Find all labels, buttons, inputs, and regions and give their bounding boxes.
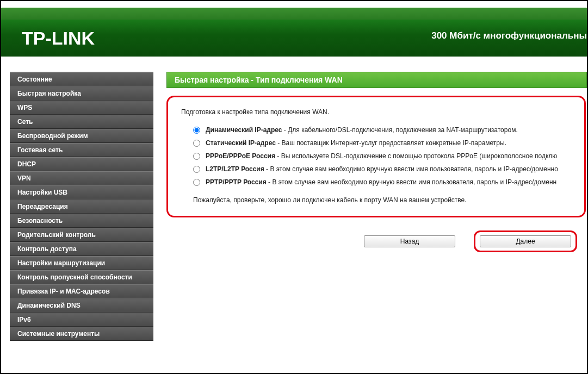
option-desc: - В этом случае вам необходимо вручную в… bbox=[267, 178, 556, 186]
nav-item-wireless[interactable]: Беспроводной режим bbox=[10, 129, 153, 143]
wan-type-panel: Подготовка к настройке типа подключения … bbox=[166, 96, 586, 217]
option-desc: - Вы используете DSL-подключение с помощ… bbox=[275, 152, 557, 160]
intro-text: Подготовка к настройке типа подключения … bbox=[181, 108, 574, 116]
top-stripe bbox=[1, 8, 587, 20]
sidebar: Состояние Быстрая настройка WPS Сеть Бес… bbox=[1, 57, 153, 373]
option-label: PPPoE/PPPoE Россия bbox=[206, 152, 275, 160]
nav-item-dhcp[interactable]: DHCP bbox=[10, 157, 153, 171]
nav-item-quick-setup[interactable]: Быстрая настройка bbox=[10, 86, 153, 101]
radio-l2tp[interactable] bbox=[193, 166, 200, 173]
nav-item-forwarding[interactable]: Переадресация bbox=[10, 200, 153, 214]
option-dynamic-ip[interactable]: Динамический IP-адрес - Для кабельного/D… bbox=[193, 123, 574, 136]
option-pptp[interactable]: PPTP/PPTP Россия - В этом случае вам нео… bbox=[193, 176, 574, 189]
product-tagline: 300 Мбит/с многофункциональны bbox=[431, 30, 587, 41]
window-chrome-gap bbox=[1, 1, 587, 8]
radio-static-ip[interactable] bbox=[193, 140, 200, 147]
option-label: Динамический IP-адрес bbox=[206, 126, 282, 134]
nav-item-bandwidth-control[interactable]: Контроль пропускной способности bbox=[10, 270, 153, 284]
next-button-highlight: Далее bbox=[474, 230, 577, 252]
nav-item-vpn[interactable]: VPN bbox=[10, 171, 153, 185]
option-desc: - Ваш поставщик Интернет-услуг предостав… bbox=[276, 139, 506, 147]
nav-item-parental-control[interactable]: Родительский контроль bbox=[10, 228, 153, 242]
nav-menu: Состояние Быстрая настройка WPS Сеть Бес… bbox=[10, 72, 153, 341]
wan-type-options: Динамический IP-адрес - Для кабельного/D… bbox=[193, 123, 574, 189]
option-desc: - Для кабельного/DSL-подключения, подклю… bbox=[282, 126, 518, 134]
nav-item-ipv6[interactable]: IPv6 bbox=[10, 313, 153, 327]
header: TP-LINK 300 Мбит/с многофункциональны bbox=[1, 20, 587, 57]
option-label: PPTP/PPTP Россия bbox=[206, 178, 267, 186]
nav-item-access-control[interactable]: Контроль доступа bbox=[10, 242, 153, 256]
nav-item-security[interactable]: Безопасность bbox=[10, 214, 153, 228]
radio-dynamic-ip[interactable] bbox=[193, 127, 200, 134]
radio-pppoe[interactable] bbox=[193, 153, 200, 160]
back-button[interactable]: Назад bbox=[364, 235, 455, 247]
option-pppoe[interactable]: PPPoE/PPPoE Россия - Вы используете DSL-… bbox=[193, 149, 574, 163]
option-label: Статический IP-адрес bbox=[206, 139, 276, 147]
next-button[interactable]: Далее bbox=[480, 235, 571, 247]
page-title: Быстрая настройка - Тип подключения WAN bbox=[166, 72, 587, 88]
nav-item-guest-network[interactable]: Гостевая сеть bbox=[10, 143, 153, 157]
brand-logo: TP-LINK bbox=[22, 28, 95, 49]
nav-item-status[interactable]: Состояние bbox=[10, 72, 153, 86]
cable-check-note: Пожалуйста, проверьте, хорошо ли подключ… bbox=[193, 196, 574, 204]
main-content: Быстрая настройка - Тип подключения WAN … bbox=[153, 57, 587, 373]
option-desc: - В этом случае вам необходимо вручную в… bbox=[264, 165, 558, 173]
nav-item-wps[interactable]: WPS bbox=[10, 101, 153, 115]
button-row: Назад Далее bbox=[166, 230, 577, 252]
nav-item-ip-mac-binding[interactable]: Привязка IP- и MAC-адресов bbox=[10, 284, 153, 298]
option-static-ip[interactable]: Статический IP-адрес - Ваш поставщик Инт… bbox=[193, 136, 574, 149]
nav-item-ddns[interactable]: Динамический DNS bbox=[10, 298, 153, 313]
nav-item-network[interactable]: Сеть bbox=[10, 115, 153, 129]
nav-item-usb-settings[interactable]: Настройки USB bbox=[10, 185, 153, 200]
option-l2tp[interactable]: L2TP/L2TP Россия - В этом случае вам нео… bbox=[193, 163, 574, 176]
nav-item-system-tools[interactable]: Системные инструменты bbox=[10, 327, 153, 341]
option-label: L2TP/L2TP Россия bbox=[206, 165, 264, 173]
radio-pptp[interactable] bbox=[193, 179, 200, 186]
nav-item-routing[interactable]: Настройки маршрутизации bbox=[10, 256, 153, 270]
